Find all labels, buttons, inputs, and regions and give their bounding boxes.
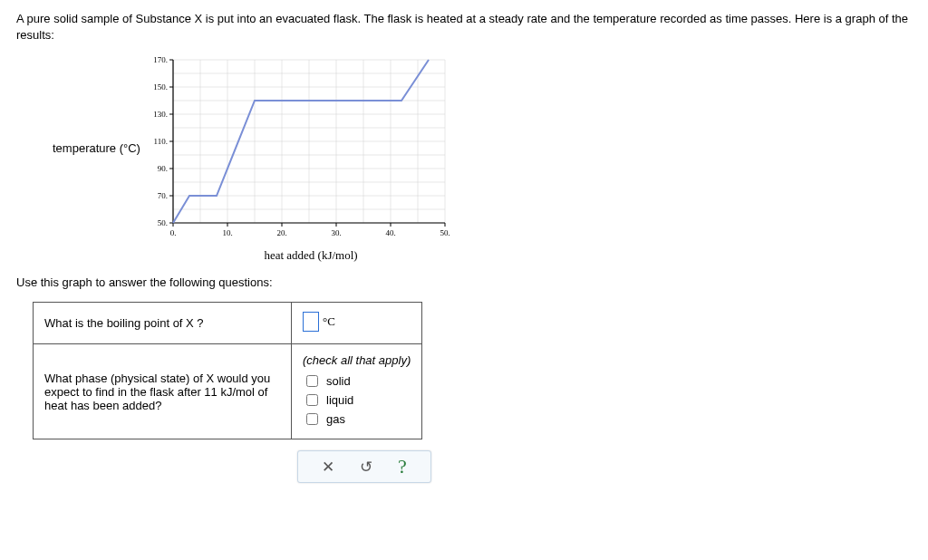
svg-text:40.: 40. [385,228,395,237]
svg-text:70.: 70. [158,191,168,200]
svg-text:130.: 130. [153,110,168,119]
question-table: What is the boiling point of X ? °C What… [33,302,422,439]
reset-icon[interactable]: ↺ [360,459,372,475]
boiling-point-input[interactable] [303,312,319,332]
help-icon[interactable]: ? [398,457,407,477]
svg-text:30.: 30. [331,228,341,237]
checkbox-liquid[interactable] [306,394,318,406]
unit-label: °C [323,314,335,329]
checkbox-solid[interactable] [306,375,318,387]
y-axis-label: temperature (°C) [53,141,140,155]
svg-text:170.: 170. [153,55,168,64]
x-axis-label: heat added (kJ/mol) [166,248,456,263]
option-solid[interactable]: solid [303,372,411,390]
heating-curve-chart: 0.10.20.30.40.50.50.70.90.110.130.150.17… [146,53,454,243]
svg-text:20.: 20. [276,228,286,237]
chart-area: temperature (°C) 0.10.20.30.40.50.50.70.… [53,53,912,243]
q2-answer-cell: (check all that apply) solid liquid gas [292,344,422,439]
option-liquid[interactable]: liquid [303,391,411,409]
followup-text: Use this graph to answer the following q… [16,275,912,289]
svg-text:0.: 0. [170,228,177,237]
q1-prompt: What is the boiling point of X ? [34,303,292,344]
clear-icon[interactable]: ✕ [322,459,334,475]
option-gas[interactable]: gas [303,410,411,428]
svg-text:90.: 90. [158,164,168,173]
svg-text:50.: 50. [158,218,168,227]
answer-toolbar: ✕ ↺ ? [297,450,431,483]
svg-text:150.: 150. [153,82,168,92]
svg-text:10.: 10. [222,228,232,237]
q2-hint: (check all that apply) [303,353,411,367]
q2-prompt: What phase (physical state) of X would y… [34,344,292,439]
svg-text:50.: 50. [440,228,450,237]
checkbox-gas[interactable] [306,413,318,425]
intro-text: A pure solid sample of Substance X is pu… [16,11,912,43]
q1-answer-cell: °C [292,303,422,344]
svg-text:110.: 110. [154,137,168,146]
